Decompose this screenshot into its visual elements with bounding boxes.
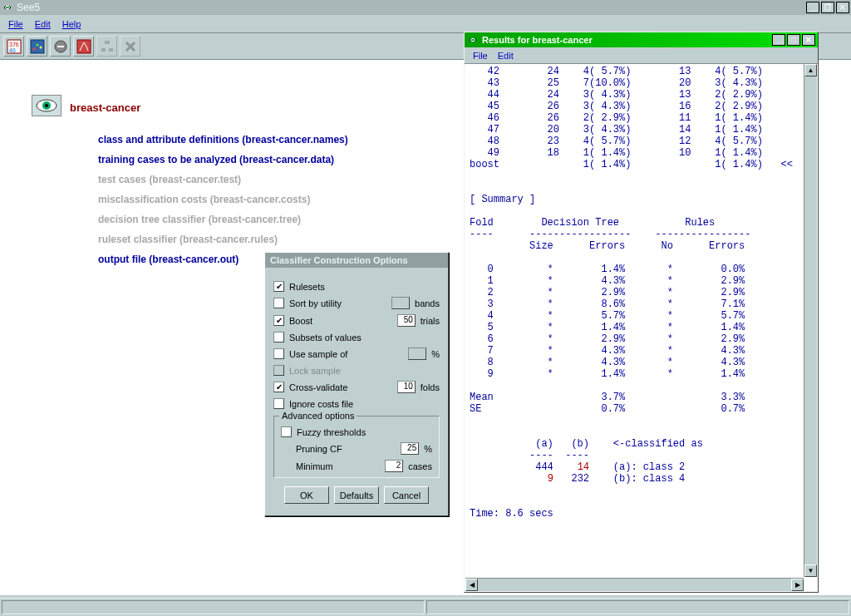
results-menu-bar: File Edit bbox=[465, 47, 818, 64]
pruning-unit: % bbox=[424, 444, 432, 454]
minimum-label: Minimum bbox=[296, 461, 333, 471]
scroll-up-button[interactable]: ▲ bbox=[804, 64, 817, 76]
menu-file[interactable]: File bbox=[3, 17, 28, 31]
file-list-item: decision tree classifier (breast-cancer.… bbox=[98, 209, 348, 229]
results-hscrollbar[interactable]: ◀ ▶ bbox=[465, 578, 804, 591]
maximize-button[interactable]: ❐ bbox=[821, 2, 834, 13]
svg-rect-8 bbox=[57, 46, 64, 47]
cross-validate-checkbox[interactable]: ✔ bbox=[273, 382, 284, 392]
pruning-input[interactable]: 25 bbox=[401, 442, 419, 455]
pruning-label: Pruning CF bbox=[296, 444, 342, 454]
file-list-item: test cases (breast-cancer.test) bbox=[98, 170, 348, 190]
menu-help[interactable]: Help bbox=[57, 17, 86, 31]
svg-point-6 bbox=[39, 46, 42, 48]
results-minimize-button[interactable]: _ bbox=[772, 34, 785, 46]
options-dialog: Classifier Construction Options ✔ Rulese… bbox=[264, 252, 449, 516]
toolbar-scatter-button[interactable] bbox=[27, 36, 47, 57]
results-menu-file[interactable]: File bbox=[468, 51, 493, 61]
results-title: Results for breast-cancer bbox=[482, 35, 593, 45]
rulesets-checkbox[interactable]: ✔ bbox=[273, 281, 284, 292]
svg-rect-3 bbox=[31, 40, 44, 53]
svg-rect-11 bbox=[101, 48, 106, 52]
boost-label: Boost bbox=[289, 316, 312, 326]
advanced-options-group: Advanced options Fuzzy thresholds Prunin… bbox=[273, 416, 440, 478]
results-maximize-button[interactable]: □ bbox=[787, 34, 800, 46]
results-menu-edit[interactable]: Edit bbox=[493, 51, 519, 61]
menu-edit[interactable]: Edit bbox=[30, 17, 56, 31]
toolbar-data-button[interactable]: 37646 bbox=[3, 36, 24, 57]
status-cell-2 bbox=[426, 600, 849, 614]
bands-label: bands bbox=[415, 298, 440, 308]
dataset-name: breast-cancer bbox=[70, 101, 140, 114]
app-icon bbox=[2, 3, 13, 12]
folds-label: folds bbox=[421, 382, 440, 392]
sample-checkbox[interactable] bbox=[273, 348, 284, 359]
status-cell-1 bbox=[2, 600, 425, 614]
minimum-input[interactable]: 2 bbox=[385, 460, 403, 472]
rulesets-label: Rulesets bbox=[289, 282, 325, 292]
results-body: 42 24 4( 5.7%) 13 4( 5.7%) 43 25 7(10.0%… bbox=[465, 64, 818, 592]
bands-input[interactable] bbox=[391, 297, 410, 309]
toolbar-tree-button[interactable] bbox=[96, 36, 117, 57]
svg-text:46: 46 bbox=[9, 47, 16, 53]
file-list-item: misclassification costs (breast-cancer.c… bbox=[98, 190, 348, 209]
file-list: class and attribute definitions (breast-… bbox=[98, 130, 348, 269]
fuzzy-checkbox[interactable] bbox=[281, 426, 292, 437]
lock-sample-checkbox bbox=[273, 365, 284, 376]
results-vscrollbar[interactable]: ▲ ▼ bbox=[804, 64, 817, 577]
results-icon bbox=[467, 36, 479, 44]
main-title-bar: See5 _ ❐ ✕ bbox=[0, 0, 851, 15]
svg-point-5 bbox=[36, 43, 38, 46]
sample-pct-input[interactable] bbox=[408, 347, 426, 360]
close-button[interactable]: ✕ bbox=[836, 2, 849, 13]
svg-text:376: 376 bbox=[9, 42, 19, 47]
ignore-costs-checkbox[interactable] bbox=[273, 398, 284, 409]
results-close-button[interactable]: ✕ bbox=[802, 34, 815, 46]
svg-point-4 bbox=[32, 47, 35, 50]
svg-rect-10 bbox=[105, 41, 110, 44]
toolbar-delete-button[interactable] bbox=[120, 36, 140, 57]
lock-sample-label: Lock sample bbox=[289, 366, 341, 376]
subsets-checkbox[interactable] bbox=[273, 332, 284, 342]
minimum-unit: cases bbox=[408, 461, 432, 471]
sample-pct-label: % bbox=[431, 349, 440, 359]
cancel-button[interactable]: Cancel bbox=[384, 486, 429, 504]
folds-input[interactable]: 10 bbox=[397, 381, 416, 393]
main-menu-bar: File Edit Help bbox=[0, 15, 851, 33]
trials-label: trials bbox=[421, 316, 440, 326]
results-window: Results for breast-cancer _ □ ✕ File Edi… bbox=[464, 32, 819, 593]
defaults-button[interactable]: Defaults bbox=[334, 486, 379, 504]
svg-point-15 bbox=[45, 104, 48, 107]
toolbar-run-button[interactable] bbox=[73, 36, 94, 57]
dataset-eye-icon bbox=[32, 95, 61, 116]
scroll-left-button[interactable]: ◀ bbox=[465, 579, 478, 591]
scroll-down-button[interactable]: ▼ bbox=[804, 564, 817, 577]
file-list-item: ruleset classifier (breast-cancer.rules) bbox=[98, 229, 348, 249]
sort-utility-checkbox[interactable] bbox=[273, 298, 284, 308]
dialog-title: Classifier Construction Options bbox=[265, 253, 448, 268]
app-title: See5 bbox=[17, 2, 40, 13]
sample-label: Use sample of bbox=[289, 349, 347, 359]
ignore-costs-label: Ignore costs file bbox=[289, 399, 353, 409]
scroll-right-button[interactable]: ▶ bbox=[791, 579, 804, 591]
svg-rect-12 bbox=[109, 48, 113, 52]
boost-checkbox[interactable]: ✔ bbox=[273, 315, 284, 326]
toolbar-stop-button[interactable] bbox=[50, 36, 71, 57]
file-list-item[interactable]: training cases to be analyzed (breast-ca… bbox=[98, 150, 348, 170]
ok-button[interactable]: OK bbox=[284, 486, 329, 504]
subsets-label: Subsets of values bbox=[289, 333, 362, 342]
status-bar bbox=[0, 598, 851, 616]
file-list-item[interactable]: class and attribute definitions (breast-… bbox=[98, 130, 348, 150]
cross-validate-label: Cross-validate bbox=[289, 382, 347, 392]
minimize-button[interactable]: _ bbox=[806, 2, 819, 13]
trials-input[interactable]: 50 bbox=[397, 314, 416, 327]
fuzzy-label: Fuzzy thresholds bbox=[297, 427, 366, 437]
advanced-options-title: Advanced options bbox=[279, 411, 357, 421]
results-title-bar: Results for breast-cancer _ □ ✕ bbox=[465, 32, 818, 47]
sort-utility-label: Sort by utility bbox=[289, 298, 342, 308]
